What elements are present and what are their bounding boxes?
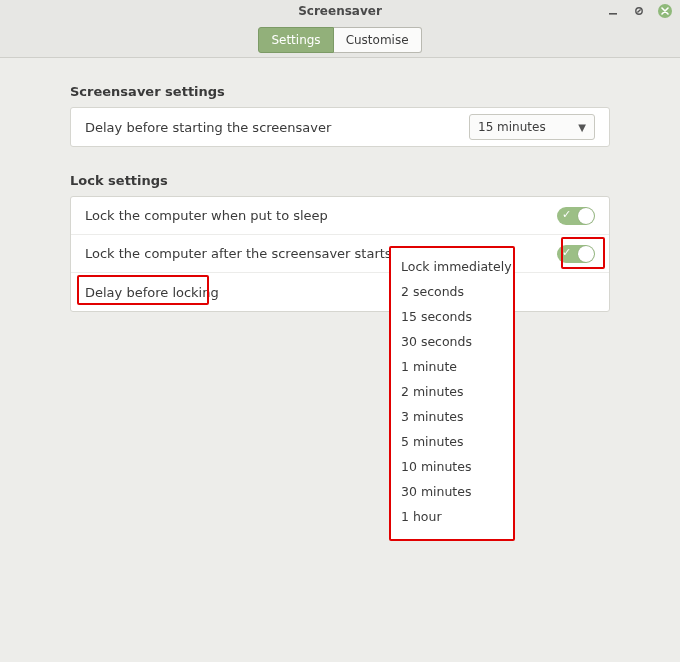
row-delay-screensaver: Delay before starting the screensaver 15… [71, 108, 609, 146]
lock-sleep-toggle[interactable]: ✓ [557, 207, 595, 225]
chevron-down-icon: ▼ [578, 122, 586, 133]
delay-locking-option[interactable]: 3 minutes [391, 404, 513, 429]
delay-locking-option[interactable]: 2 minutes [391, 379, 513, 404]
row-lock-after-screensaver: Lock the computer after the screensaver … [71, 235, 609, 273]
delay-screensaver-value: 15 minutes [478, 120, 546, 134]
delay-locking-option[interactable]: 5 minutes [391, 429, 513, 454]
window-controls [606, 0, 672, 22]
tab-settings-label: Settings [271, 33, 320, 47]
content-area: Screensaver settings Delay before starti… [0, 58, 680, 662]
window-title: Screensaver [298, 4, 382, 18]
lock-after-screensaver-toggle[interactable]: ✓ [557, 245, 595, 263]
close-button[interactable] [658, 4, 672, 18]
delay-locking-option[interactable]: 30 seconds [391, 329, 513, 354]
row-delay-locking: Delay before locking [71, 273, 609, 311]
svg-rect-0 [609, 13, 617, 15]
delay-screensaver-combo[interactable]: 15 minutes ▼ [469, 114, 595, 140]
delay-locking-label: Delay before locking [85, 285, 219, 300]
delay-locking-option[interactable]: 30 minutes [391, 479, 513, 504]
delay-locking-option[interactable]: 1 minute [391, 354, 513, 379]
delay-locking-dropdown[interactable]: Lock immediately2 seconds15 seconds30 se… [389, 246, 515, 541]
window: Screensaver Settings Customise Screensa [0, 0, 680, 662]
toggle-knob [578, 208, 594, 224]
titlebar: Screensaver [0, 0, 680, 22]
delay-locking-option[interactable]: 10 minutes [391, 454, 513, 479]
toggle-knob [578, 246, 594, 262]
delay-locking-option[interactable]: 2 seconds [391, 279, 513, 304]
delay-locking-option[interactable]: 1 hour [391, 504, 513, 529]
lock-settings-panel: Lock the computer when put to sleep ✓ Lo… [70, 196, 610, 312]
screensaver-settings-title: Screensaver settings [70, 84, 610, 99]
check-icon: ✓ [562, 208, 571, 221]
tab-settings[interactable]: Settings [258, 27, 333, 53]
delay-locking-option[interactable]: 15 seconds [391, 304, 513, 329]
delay-screensaver-label: Delay before starting the screensaver [85, 120, 331, 135]
tab-customise-label: Customise [346, 33, 409, 47]
tab-bar: Settings Customise [0, 22, 680, 58]
lock-after-screensaver-label: Lock the computer after the screensaver … [85, 246, 392, 261]
delay-locking-option[interactable]: Lock immediately [391, 254, 513, 279]
check-icon: ✓ [562, 246, 571, 259]
lock-settings-title: Lock settings [70, 173, 610, 188]
row-lock-sleep: Lock the computer when put to sleep ✓ [71, 197, 609, 235]
tab-customise[interactable]: Customise [334, 27, 422, 53]
screensaver-settings-panel: Delay before starting the screensaver 15… [70, 107, 610, 147]
minimize-button[interactable] [606, 4, 620, 18]
maximize-button[interactable] [632, 4, 646, 18]
lock-sleep-label: Lock the computer when put to sleep [85, 208, 328, 223]
